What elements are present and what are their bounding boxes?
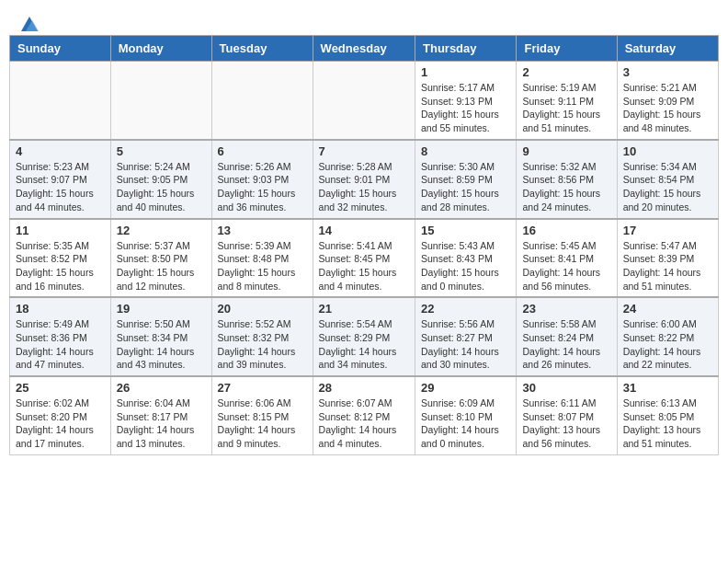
day-info: Sunrise: 5:35 AM Sunset: 8:52 PM Dayligh… [16,239,105,293]
calendar-cell: 5Sunrise: 5:24 AM Sunset: 9:05 PM Daylig… [110,140,211,219]
day-info: Sunrise: 5:41 AM Sunset: 8:45 PM Dayligh… [319,239,409,293]
calendar-cell: 29Sunrise: 6:09 AM Sunset: 8:10 PM Dayli… [415,376,517,454]
calendar-cell: 10Sunrise: 5:34 AM Sunset: 8:54 PM Dayli… [617,140,718,219]
day-info: Sunrise: 5:52 AM Sunset: 8:32 PM Dayligh… [218,317,307,372]
calendar-cell: 7Sunrise: 5:28 AM Sunset: 9:01 PM Daylig… [313,140,415,219]
calendar-cell: 3Sunrise: 5:21 AM Sunset: 9:09 PM Daylig… [617,62,718,140]
day-number: 30 [522,381,610,395]
calendar-cell: 22Sunrise: 5:56 AM Sunset: 8:27 PM Dayli… [415,297,517,376]
day-number: 7 [319,144,409,158]
day-number: 28 [319,381,409,395]
day-number: 31 [623,381,712,395]
calendar-cell: 18Sunrise: 5:49 AM Sunset: 8:36 PM Dayli… [10,297,111,376]
day-number: 29 [421,381,510,395]
day-info: Sunrise: 5:49 AM Sunset: 8:36 PM Dayligh… [16,317,105,372]
day-number: 18 [16,302,105,316]
week-row-1: 1Sunrise: 5:17 AM Sunset: 9:13 PM Daylig… [10,62,719,140]
weekday-thursday: Thursday [415,36,517,62]
day-info: Sunrise: 5:23 AM Sunset: 9:07 PM Dayligh… [16,160,105,214]
day-info: Sunrise: 5:39 AM Sunset: 8:48 PM Dayligh… [218,239,307,293]
calendar-cell: 14Sunrise: 5:41 AM Sunset: 8:45 PM Dayli… [313,219,415,298]
weekday-saturday: Saturday [617,36,718,62]
calendar-cell: 19Sunrise: 5:50 AM Sunset: 8:34 PM Dayli… [110,297,211,376]
week-row-4: 18Sunrise: 5:49 AM Sunset: 8:36 PM Dayli… [10,297,719,376]
calendar-cell: 11Sunrise: 5:35 AM Sunset: 8:52 PM Dayli… [10,219,111,298]
page-header [0,0,728,35]
day-number: 9 [522,144,610,158]
day-number: 8 [421,144,510,158]
day-number: 23 [522,302,610,316]
day-info: Sunrise: 5:56 AM Sunset: 8:27 PM Dayligh… [421,317,510,372]
calendar-cell: 24Sunrise: 6:00 AM Sunset: 8:22 PM Dayli… [617,297,718,376]
weekday-header-row: SundayMondayTuesdayWednesdayThursdayFrid… [10,36,719,62]
week-row-5: 25Sunrise: 6:02 AM Sunset: 8:20 PM Dayli… [10,376,719,454]
day-number: 17 [623,224,712,237]
calendar-cell: 6Sunrise: 5:26 AM Sunset: 9:03 PM Daylig… [211,140,313,219]
calendar-cell: 13Sunrise: 5:39 AM Sunset: 8:48 PM Dayli… [211,219,313,298]
day-number: 16 [522,224,610,237]
day-info: Sunrise: 5:19 AM Sunset: 9:11 PM Dayligh… [522,81,610,135]
calendar-cell: 17Sunrise: 5:47 AM Sunset: 8:39 PM Dayli… [617,219,718,298]
calendar-cell: 27Sunrise: 6:06 AM Sunset: 8:15 PM Dayli… [211,376,313,454]
day-info: Sunrise: 6:06 AM Sunset: 8:15 PM Dayligh… [218,396,307,451]
day-number: 6 [218,144,307,158]
weekday-monday: Monday [110,36,211,62]
day-number: 25 [16,381,105,395]
day-info: Sunrise: 5:50 AM Sunset: 8:34 PM Dayligh… [117,317,206,372]
day-number: 12 [117,224,206,237]
day-number: 15 [421,224,510,237]
calendar-cell: 1Sunrise: 5:17 AM Sunset: 9:13 PM Daylig… [415,62,517,140]
day-info: Sunrise: 5:43 AM Sunset: 8:43 PM Dayligh… [421,239,510,293]
calendar-cell [110,62,211,140]
day-info: Sunrise: 5:58 AM Sunset: 8:24 PM Dayligh… [522,317,610,372]
calendar-cell: 8Sunrise: 5:30 AM Sunset: 8:59 PM Daylig… [415,140,517,219]
day-info: Sunrise: 6:04 AM Sunset: 8:17 PM Dayligh… [117,396,206,451]
day-number: 26 [117,381,206,395]
calendar-cell: 26Sunrise: 6:04 AM Sunset: 8:17 PM Dayli… [110,376,211,454]
day-info: Sunrise: 6:11 AM Sunset: 8:07 PM Dayligh… [522,396,610,451]
day-number: 19 [117,302,206,316]
weekday-tuesday: Tuesday [211,36,313,62]
calendar-cell: 28Sunrise: 6:07 AM Sunset: 8:12 PM Dayli… [313,376,415,454]
calendar-cell: 21Sunrise: 5:54 AM Sunset: 8:29 PM Dayli… [313,297,415,376]
day-info: Sunrise: 5:26 AM Sunset: 9:03 PM Dayligh… [218,160,307,214]
day-info: Sunrise: 6:02 AM Sunset: 8:20 PM Dayligh… [16,396,105,451]
weekday-wednesday: Wednesday [313,36,415,62]
calendar-cell: 16Sunrise: 5:45 AM Sunset: 8:41 PM Dayli… [517,219,617,298]
calendar-cell: 2Sunrise: 5:19 AM Sunset: 9:11 PM Daylig… [517,62,617,140]
calendar-cell: 25Sunrise: 6:02 AM Sunset: 8:20 PM Dayli… [10,376,111,454]
day-number: 4 [16,144,105,158]
calendar-cell: 31Sunrise: 6:13 AM Sunset: 8:05 PM Dayli… [617,376,718,454]
weekday-sunday: Sunday [10,36,111,62]
day-info: Sunrise: 5:30 AM Sunset: 8:59 PM Dayligh… [421,160,510,214]
calendar-cell: 15Sunrise: 5:43 AM Sunset: 8:43 PM Dayli… [415,219,517,298]
day-number: 5 [117,144,206,158]
day-info: Sunrise: 5:54 AM Sunset: 8:29 PM Dayligh… [319,317,409,372]
week-row-2: 4Sunrise: 5:23 AM Sunset: 9:07 PM Daylig… [10,140,719,219]
week-row-3: 11Sunrise: 5:35 AM Sunset: 8:52 PM Dayli… [10,219,719,298]
calendar-wrapper: SundayMondayTuesdayWednesdayThursdayFrid… [0,35,728,465]
day-info: Sunrise: 5:17 AM Sunset: 9:13 PM Dayligh… [421,81,510,135]
calendar-cell: 23Sunrise: 5:58 AM Sunset: 8:24 PM Dayli… [517,297,617,376]
logo [18,15,40,31]
day-number: 21 [319,302,409,316]
day-info: Sunrise: 6:07 AM Sunset: 8:12 PM Dayligh… [319,396,409,451]
day-number: 14 [319,224,409,237]
day-number: 10 [623,144,712,158]
day-number: 11 [16,224,105,237]
calendar-cell: 30Sunrise: 6:11 AM Sunset: 8:07 PM Dayli… [517,376,617,454]
day-info: Sunrise: 5:24 AM Sunset: 9:05 PM Dayligh… [117,160,206,214]
day-number: 2 [522,65,610,79]
calendar-cell [211,62,313,140]
calendar-cell: 9Sunrise: 5:32 AM Sunset: 8:56 PM Daylig… [517,140,617,219]
day-info: Sunrise: 6:09 AM Sunset: 8:10 PM Dayligh… [421,396,510,451]
day-info: Sunrise: 5:34 AM Sunset: 8:54 PM Dayligh… [623,160,712,214]
day-info: Sunrise: 5:37 AM Sunset: 8:50 PM Dayligh… [117,239,206,293]
weekday-friday: Friday [517,36,617,62]
calendar-cell: 4Sunrise: 5:23 AM Sunset: 9:07 PM Daylig… [10,140,111,219]
day-number: 3 [623,65,712,79]
day-info: Sunrise: 6:13 AM Sunset: 8:05 PM Dayligh… [623,396,712,451]
day-info: Sunrise: 5:47 AM Sunset: 8:39 PM Dayligh… [623,239,712,293]
day-number: 27 [218,381,307,395]
day-info: Sunrise: 5:32 AM Sunset: 8:56 PM Dayligh… [522,160,610,214]
